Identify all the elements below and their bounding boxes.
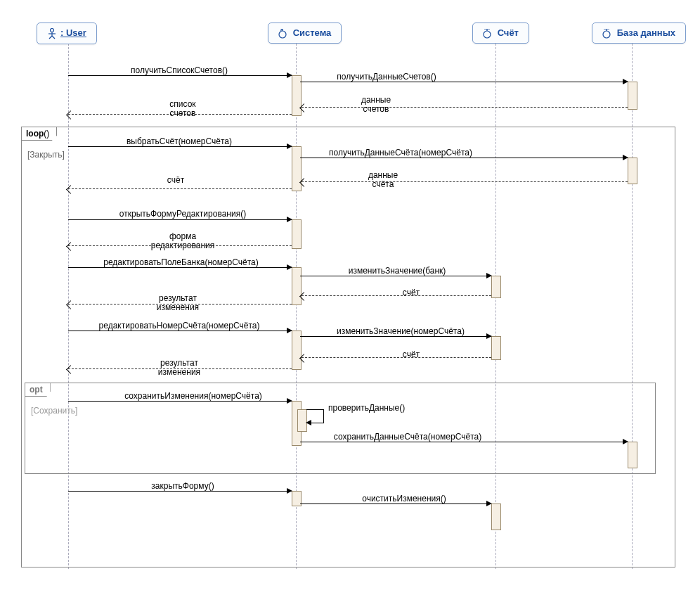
message-label: редактироватьНомерСчёта(номерСчёта) — [74, 321, 285, 331]
return-label: результатизменения — [137, 359, 221, 377]
participant-system: Система — [268, 23, 342, 44]
message-label: получитьСписокСчетов() — [98, 66, 260, 75]
message-label: изменитьЗначение(банк) — [323, 267, 471, 276]
participant-db-label: База данных — [617, 27, 675, 38]
message-label: очиститьИзменения() — [337, 494, 471, 504]
entity-icon — [602, 29, 611, 39]
message-label: изменитьЗначение(номерСчёта) — [309, 327, 492, 336]
return-label: данныесчёта — [344, 171, 422, 189]
return-label: данныесчетов — [337, 96, 415, 114]
message-label: сохранитьИзменения(номерСчёта) — [91, 392, 295, 401]
message-label: получитьДанныеСчёта(номерСчёта) — [309, 148, 492, 158]
self-message — [306, 409, 324, 423]
fragment-loop-guard: [Закрыть] — [27, 150, 65, 160]
activation — [628, 82, 637, 110]
svg-point-5 — [279, 31, 286, 38]
control-icon — [278, 29, 287, 39]
participant-db: База данных — [592, 23, 686, 44]
message-label: выбратьСчёт(номерСчёта) — [98, 137, 260, 146]
sequence-diagram: : User Система Счёт База данных получить… — [0, 0, 700, 590]
participant-account: Счёт — [472, 23, 529, 44]
actor-icon — [47, 28, 57, 39]
return-label: результатизменения — [136, 294, 220, 312]
return-label: формаредактирования — [134, 232, 232, 250]
return-label: счёт — [390, 288, 432, 297]
entity-icon — [483, 29, 491, 39]
svg-line-3 — [49, 36, 52, 39]
participant-system-label: Система — [293, 27, 332, 38]
fragment-opt-guard: [Сохранить] — [31, 406, 77, 416]
participant-account-label: Счёт — [498, 27, 519, 38]
svg-point-10 — [603, 31, 610, 38]
message-label: открытьФормуРедактирования() — [91, 210, 274, 219]
svg-line-4 — [52, 36, 55, 39]
message-label: получитьДанныеСчетов() — [316, 72, 457, 82]
message-arrow — [68, 219, 292, 220]
svg-point-7 — [484, 31, 491, 38]
fragment-opt-label: opt — [25, 383, 51, 397]
message-label: сохранитьДанныеСчёта(номерСчёта) — [309, 432, 506, 442]
return-label: счёт — [390, 350, 432, 359]
svg-point-0 — [51, 28, 54, 32]
return-label: счёт — [155, 176, 197, 185]
message-label: редактироватьПолеБанка(номерСчёта) — [77, 258, 285, 267]
participant-user: : User — [37, 23, 97, 44]
participant-user-label: : User — [60, 27, 86, 38]
return-label: списоксчетов — [141, 100, 225, 118]
return-arrow — [68, 188, 292, 190]
fragment-loop-label: loop() — [22, 127, 57, 141]
message-label: закрытьФорму() — [127, 482, 239, 491]
message-label: проверитьДанные() — [328, 404, 420, 413]
